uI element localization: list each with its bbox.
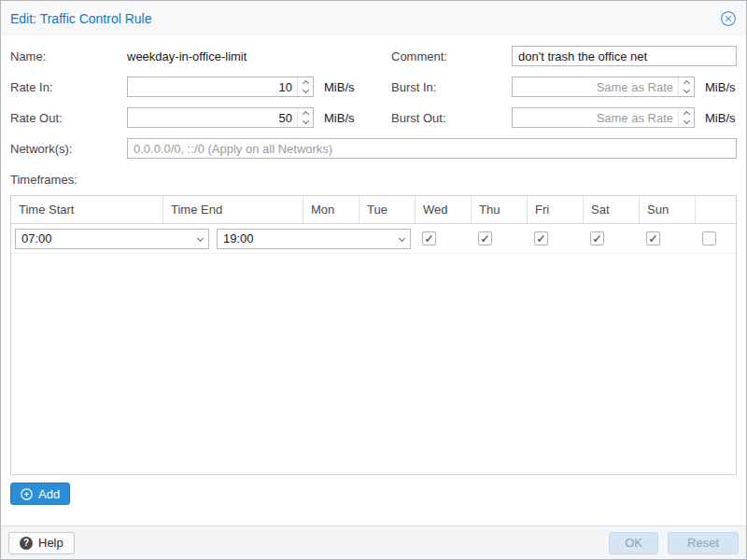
time-end-combo <box>217 229 411 249</box>
burst-out-spinner <box>512 107 695 128</box>
ok-button[interactable]: OK <box>609 532 658 554</box>
burst-in-input[interactable] <box>513 77 678 96</box>
burst-out-label: Burst Out: <box>391 111 512 125</box>
name-label: Name: <box>10 49 127 63</box>
burst-in-label: Burst In: <box>391 80 512 94</box>
rate-in-spinner <box>127 77 314 97</box>
time-start-combo <box>15 229 209 249</box>
dialog-footer: ? Help OK Reset <box>1 525 746 559</box>
traffic-control-rule-dialog: Edit: Traffic Control Rule Name: weekday… <box>0 0 747 560</box>
comment-input[interactable] <box>512 46 737 66</box>
close-icon[interactable] <box>720 10 737 27</box>
reset-button[interactable]: Reset <box>668 532 739 554</box>
rate-in-input[interactable] <box>128 77 297 96</box>
time-end-dropdown-icon[interactable] <box>393 230 410 248</box>
add-button[interactable]: Add <box>10 483 70 505</box>
timeframes-label: Timeframes: <box>10 173 737 187</box>
networks-input[interactable] <box>127 138 737 159</box>
dialog-body: Name: weekday-in-office-limit Comment: R… <box>1 36 746 525</box>
checkbox-sat[interactable] <box>702 231 716 245</box>
timeframe-row <box>11 224 736 254</box>
rate-out-label: Rate Out: <box>10 111 127 125</box>
column-header-thu: Thu <box>472 196 528 223</box>
rate-in-spin-down-icon[interactable] <box>298 87 313 96</box>
rate-out-unit: MiB/s <box>324 111 355 125</box>
rate-in-unit: MiB/s <box>324 80 355 94</box>
comment-label: Comment: <box>391 49 512 63</box>
rate-out-spinner <box>127 107 314 128</box>
plus-circle-icon <box>21 488 33 500</box>
time-end-input[interactable] <box>218 231 393 245</box>
column-header-mon: Mon <box>303 196 359 223</box>
burst-out-spin-down-icon[interactable] <box>679 118 694 127</box>
burst-in-unit: MiB/s <box>705 80 736 94</box>
time-start-dropdown-icon[interactable] <box>191 230 208 248</box>
column-header-sun: Sun <box>640 196 696 223</box>
checkbox-fri[interactable] <box>646 231 660 245</box>
column-header-time-start: Time Start <box>11 196 163 223</box>
name-value: weekday-in-office-limit <box>127 49 247 63</box>
checkbox-wed[interactable] <box>534 231 548 245</box>
dialog-title: Edit: Traffic Control Rule <box>10 11 720 26</box>
checkbox-thu[interactable] <box>590 231 604 245</box>
rate-out-input[interactable] <box>128 108 297 127</box>
column-header-wed: Wed <box>416 196 472 223</box>
networks-label: Network(s): <box>10 142 127 156</box>
burst-in-spin-down-icon[interactable] <box>679 87 694 96</box>
burst-out-input[interactable] <box>513 108 678 127</box>
column-header-actions <box>696 196 736 223</box>
dialog-titlebar: Edit: Traffic Control Rule <box>1 1 746 36</box>
help-button[interactable]: ? Help <box>8 532 75 554</box>
rate-out-spin-down-icon[interactable] <box>298 118 313 127</box>
burst-out-unit: MiB/s <box>705 111 736 125</box>
rate-in-label: Rate In: <box>10 80 127 94</box>
column-header-time-end: Time End <box>163 196 303 223</box>
grid-header: Time Start Time End Mon Tue Wed Thu Fri … <box>11 196 736 224</box>
column-header-tue: Tue <box>359 196 416 223</box>
column-header-sat: Sat <box>584 196 640 223</box>
checkbox-mon[interactable] <box>422 231 436 245</box>
grid-empty-area <box>11 254 736 474</box>
question-circle-icon: ? <box>20 537 33 550</box>
column-header-fri: Fri <box>528 196 584 223</box>
checkbox-tue[interactable] <box>478 231 492 245</box>
time-start-input[interactable] <box>16 231 191 245</box>
burst-in-spinner <box>512 77 695 97</box>
timeframes-grid: Time Start Time End Mon Tue Wed Thu Fri … <box>10 195 737 475</box>
